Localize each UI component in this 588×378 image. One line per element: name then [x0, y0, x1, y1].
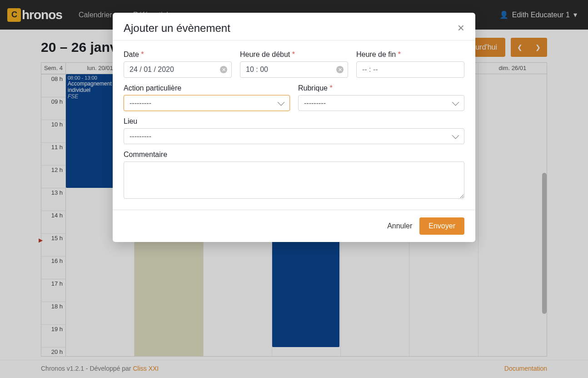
start-time-label-text: Heure de début [240, 50, 290, 58]
start-time-label: Heure de début * [240, 50, 348, 59]
close-button[interactable]: × [458, 22, 464, 34]
rubrique-select[interactable]: --------- [298, 95, 464, 111]
add-event-modal: Ajouter un évènement × Date * ✕ Heure de… [113, 13, 475, 242]
modal-title: Ajouter un évènement [124, 22, 230, 35]
date-field-group: Date * ✕ [124, 50, 232, 78]
modal-footer: Annuler Envoyer [113, 210, 475, 242]
rubrique-field-group: Rubrique * --------- [298, 84, 464, 111]
end-time-field-group: Heure de fin * [356, 50, 464, 78]
start-time-field-group: Heure de début * ✕ [240, 50, 348, 78]
cancel-button[interactable]: Annuler [387, 222, 412, 230]
date-input[interactable] [124, 61, 232, 78]
action-select[interactable]: --------- [124, 95, 290, 111]
close-icon: × [458, 21, 464, 35]
date-label: Date * [124, 50, 232, 59]
end-time-label: Heure de fin * [356, 50, 464, 59]
action-field-group: Action particulière --------- [124, 84, 290, 111]
lieu-field-group: Lieu --------- [124, 117, 464, 144]
modal-header: Ajouter un évènement × [113, 13, 475, 40]
rubrique-label-text: Rubrique [298, 84, 328, 92]
date-label-text: Date [124, 50, 139, 58]
end-time-label-text: Heure de fin [356, 50, 396, 58]
modal-body: Date * ✕ Heure de début * ✕ [113, 40, 475, 210]
comment-field-group: Commentaire [124, 151, 464, 199]
comment-textarea[interactable] [124, 161, 464, 199]
submit-button[interactable]: Envoyer [419, 217, 464, 235]
action-label: Action particulière [124, 84, 290, 92]
comment-label: Commentaire [124, 151, 464, 159]
end-time-input[interactable] [356, 61, 464, 78]
lieu-select[interactable]: --------- [124, 128, 464, 144]
clear-icon[interactable]: ✕ [220, 66, 227, 73]
lieu-label: Lieu [124, 117, 464, 126]
rubrique-label: Rubrique * [298, 84, 464, 92]
clear-icon[interactable]: ✕ [336, 66, 344, 73]
start-time-input[interactable] [240, 61, 348, 78]
